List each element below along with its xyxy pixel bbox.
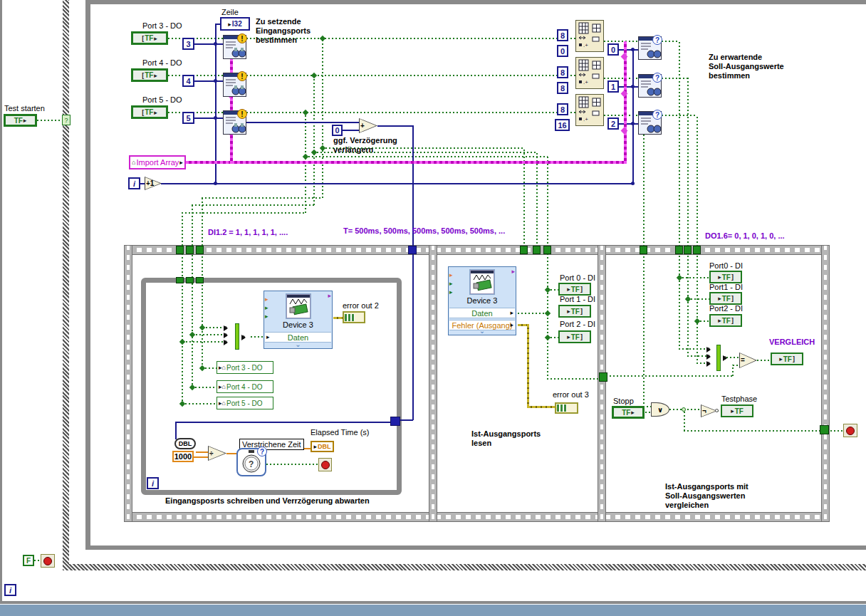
iteration-terminal-mid[interactable]: i [128,177,140,189]
daq-assistant-read-title: Device 3 [449,296,516,305]
port3-do-terminal[interactable]: [TF▸ [131,31,168,45]
port2-di-terminal[interactable]: ▸TF] [558,330,591,343]
daq-assistant-read-expand-chevron[interactable]: ⌄ [449,328,516,334]
tunnel-17[interactable] [820,425,829,434]
subset2-len[interactable]: 8 [557,66,568,78]
false-constant[interactable]: F [23,555,34,566]
wire-g-30 [182,403,217,404]
const-row-1[interactable]: 1 [607,80,619,93]
junction-gdia [311,73,317,78]
const-row-2[interactable]: 2 [607,118,619,130]
port3-do-local[interactable]: ▸⌂Port 3 - DO [216,361,273,374]
junction-gdia [303,154,308,160]
port0-di-terminal[interactable]: ▸TF] [558,283,591,296]
tunnel-5[interactable] [520,246,528,254]
daq-assistant-read-row-0[interactable]: Daten▸ [449,308,515,318]
zeile-indicator[interactable]: ▸I32 [220,17,250,31]
subset1-len[interactable]: 8 [557,29,568,41]
import-array-global[interactable]: ⌂Import Array▸ [129,155,186,169]
subset1-start[interactable]: 0 [557,45,568,57]
equal-node[interactable]: = [739,353,757,368]
port5-do-local[interactable]: ▸⌂Port 5 - DO [216,397,273,409]
or-node[interactable]: ∨ [651,402,669,417]
zu-erwartende-comment: Zu erwartendeSoll-Ausgangswertebestimmen [709,53,784,80]
const-3[interactable]: 3 [182,38,194,50]
wire-g-43 [662,41,679,42]
tunnel-12[interactable] [176,277,184,283]
zu-erwartende-comment-line: bestimmen [709,71,784,80]
daq-assistant-write-input-arrow: ▸ [265,296,268,303]
error-out-2-indicator[interactable]: ▸ [343,311,365,323]
stop-terminal-outer[interactable] [41,554,55,568]
daq-assistant-write-expand-chevron[interactable]: ⌄ [264,342,332,348]
tunnel-4[interactable] [408,246,417,254]
sequence-top-border [125,246,829,254]
wire-b-89 [175,422,177,439]
error-out-3-label-line: error out 3 [553,390,589,400]
daq-assistant-write[interactable]: Device 3Daten▸⌄▸▸▸▸ [264,291,333,349]
tunnel-11[interactable] [693,246,701,254]
port4-do-local[interactable]: ▸⌂Port 4 - DO [216,380,273,393]
wire-b-86 [412,254,414,420]
tunnel-7[interactable] [543,246,551,254]
port4-do-terminal[interactable]: [TF▸ [131,68,168,82]
outer-while-loop-bottom-border [0,601,866,604]
tunnel-9[interactable] [675,246,683,254]
tunnel-15[interactable] [390,417,400,426]
port5-do-terminal[interactable]: [TF▸ [131,105,168,119]
dbl-coercion[interactable]: DBL [174,438,196,449]
tunnel-16[interactable] [599,372,607,382]
f3-port0-terminal[interactable]: ▸TF] [709,271,742,283]
soll-vi-2-badge: ? [652,73,662,83]
tunnel-13[interactable] [186,277,194,283]
const-row-0[interactable]: 0 [607,43,619,56]
wire-b-75 [194,118,224,119]
tunnel-6[interactable] [533,246,541,254]
f3-port1-terminal[interactable]: ▸TF] [709,292,742,305]
wire-g-37 [610,375,733,377]
increment-node[interactable]: +1 [145,177,162,190]
daq-assistant-write-daq-icon [286,293,311,319]
convert-glyph [241,334,251,340]
stopp-terminal[interactable]: TF▸ [612,406,645,419]
array-subset-3-icon[interactable]: .+ [575,94,604,126]
wire-g-36 [547,378,602,380]
wire-g-14 [182,212,306,214]
tunnel-14[interactable] [196,277,204,283]
subset2-start[interactable]: 8 [557,82,568,94]
f3-port2-terminal[interactable]: ▸TF] [709,314,742,327]
const-5[interactable]: 5 [182,112,194,124]
add-node[interactable]: + [359,118,377,133]
const-1000[interactable]: 1000 [172,451,194,462]
daq-assistant-read[interactable]: Device 3Daten▸Fehler (Ausgang)▸⌄▸▸▸▸ [448,266,516,335]
wire-e-97 [527,406,555,408]
tunnel-1[interactable] [176,246,184,254]
subset3-start[interactable]: 16 [555,119,570,131]
iteration-terminal-inner[interactable]: i [147,477,159,489]
array-subset-1-icon[interactable]: .+ [575,20,604,52]
merge-signals-compare[interactable] [716,345,721,371]
error-out-3-indicator[interactable]: ▸ [555,402,578,414]
divide-node[interactable]: ÷ [208,446,226,461]
stop-terminal-main[interactable] [843,424,857,437]
wire-g-32 [547,254,548,380]
test-starten-tunnel[interactable]: ? [62,115,71,125]
iteration-terminal-outer[interactable]: i [4,584,16,596]
tunnel-2[interactable] [186,246,194,254]
port1-di-terminal[interactable]: ▸TF] [558,305,591,318]
merge-signals-write[interactable] [235,323,239,350]
const-4[interactable]: 4 [182,75,194,87]
tunnel-3[interactable] [196,246,204,254]
test-starten-terminal[interactable]: TF▸ [4,114,37,127]
vergleich-terminal[interactable]: ▸TF] [771,353,803,365]
const-0-delay[interactable]: 0 [332,125,343,136]
elapsed-dbl-indicator[interactable]: ▸DBL [311,441,334,452]
wire-g-55 [697,254,698,364]
subset3-len[interactable]: 8 [557,103,568,115]
wire-g-0 [37,120,63,121]
stop-terminal-inner[interactable] [318,458,332,471]
testphase-terminal[interactable]: ▸TF [721,404,753,417]
tunnel-10[interactable] [684,246,692,254]
tunnel-8[interactable] [640,246,647,254]
array-subset-2-icon[interactable]: .+ [575,57,604,89]
